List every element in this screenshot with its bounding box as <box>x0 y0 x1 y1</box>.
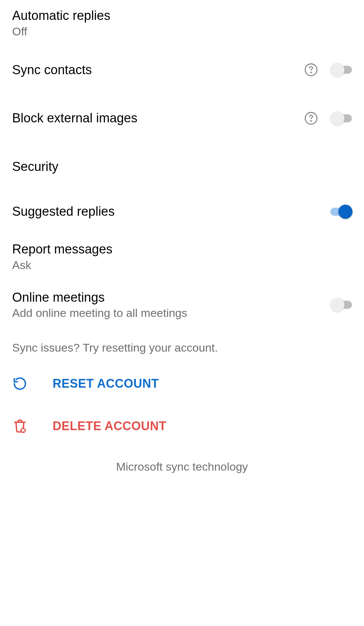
delete-account-label: DELETE ACCOUNT <box>53 419 166 433</box>
suggested-replies-row[interactable]: Suggested replies <box>12 190 352 234</box>
reset-icon <box>12 376 28 391</box>
sync-contacts-row[interactable]: Sync contacts <box>12 48 352 97</box>
automatic-replies-subtitle: Off <box>12 25 352 38</box>
online-meetings-toggle[interactable] <box>330 298 352 312</box>
footer-text: Microsoft sync technology <box>12 447 352 486</box>
online-meetings-title: Online meetings <box>12 290 330 305</box>
report-messages-subtitle: Ask <box>12 259 352 272</box>
help-icon[interactable] <box>304 111 318 125</box>
sync-issues-hint: Sync issues? Try resetting your account. <box>12 330 352 362</box>
online-meetings-subtitle: Add online meeting to all meetings <box>12 306 330 320</box>
automatic-replies-title: Automatic replies <box>12 8 352 24</box>
automatic-replies-row[interactable]: Automatic replies Off <box>12 0 352 48</box>
block-external-images-toggle[interactable] <box>330 111 352 125</box>
report-messages-title: Report messages <box>12 242 352 257</box>
reset-account-button[interactable]: RESET ACCOUNT <box>12 362 352 405</box>
delete-account-button[interactable]: DELETE ACCOUNT <box>12 405 352 447</box>
sync-contacts-toggle[interactable] <box>330 63 352 77</box>
trash-icon <box>12 418 28 434</box>
security-row[interactable]: Security <box>12 145 352 190</box>
reset-account-label: RESET ACCOUNT <box>53 377 159 391</box>
report-messages-row[interactable]: Report messages Ask <box>12 234 352 282</box>
block-external-images-row[interactable]: Block external images <box>12 96 352 145</box>
svg-point-1 <box>311 72 311 73</box>
suggested-replies-title: Suggested replies <box>12 204 330 219</box>
security-title: Security <box>12 159 352 175</box>
help-icon[interactable] <box>304 63 318 77</box>
suggested-replies-toggle[interactable] <box>330 205 352 219</box>
block-external-images-title: Block external images <box>12 111 304 126</box>
online-meetings-row[interactable]: Online meetings Add online meeting to al… <box>12 282 352 330</box>
sync-contacts-title: Sync contacts <box>12 62 304 78</box>
svg-point-3 <box>311 121 311 121</box>
